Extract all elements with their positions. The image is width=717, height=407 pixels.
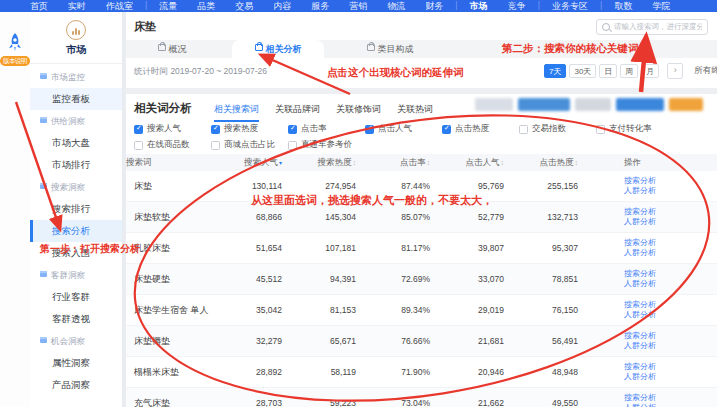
nav-item[interactable]: 品类 <box>187 0 225 12</box>
sort-icon[interactable]: ▾ <box>279 160 282 166</box>
search-analysis-link[interactable]: 搜索分析 <box>624 207 717 217</box>
terminal-select[interactable]: 所有终端 <box>694 65 717 77</box>
column-header[interactable]: 点击人气↕ <box>460 157 534 169</box>
nav-item[interactable]: 首页 <box>20 0 58 12</box>
version-badge[interactable]: 版本说明 <box>0 56 30 66</box>
period-button[interactable]: 周 <box>620 64 638 78</box>
sidebar-item[interactable]: 搜索洞察 <box>30 176 122 198</box>
crowd-analysis-link[interactable]: 人群分析 <box>624 341 717 351</box>
period-button[interactable]: 30天 <box>569 64 596 78</box>
nav-item[interactable]: 物流 <box>377 0 415 12</box>
metric-checkbox[interactable]: 直通车参考价 <box>288 139 365 151</box>
nav-item[interactable]: 流量 <box>149 0 187 12</box>
rocket-icon[interactable] <box>5 32 25 54</box>
redacted-button[interactable] <box>616 98 664 111</box>
nav-item[interactable]: 财务 <box>415 0 453 12</box>
column-header[interactable]: 点击率↕ <box>386 157 460 169</box>
search-word[interactable]: 床垫 <box>126 180 238 193</box>
word-type-tab[interactable]: 关联修饰词 <box>336 103 381 122</box>
page-tab[interactable]: 概况 <box>136 40 208 58</box>
redacted-button[interactable] <box>475 98 513 111</box>
metric-checkbox[interactable]: 交易指数 <box>519 123 596 135</box>
nav-item[interactable]: 竞争 <box>498 0 536 12</box>
column-header[interactable]: 搜索人气▾ <box>238 157 312 169</box>
search-analysis-link[interactable]: 搜索分析 <box>624 300 717 310</box>
sidebar-item[interactable]: 监控看板 <box>30 88 122 110</box>
word-type-tab[interactable]: 关联品牌词 <box>275 103 320 122</box>
search-analysis-link[interactable]: 搜索分析 <box>624 238 717 248</box>
period-button[interactable]: 日 <box>599 64 617 78</box>
redacted-button[interactable] <box>518 98 570 111</box>
search-word[interactable]: 乳胶床垫 <box>126 242 238 255</box>
crowd-analysis-link[interactable]: 人群分析 <box>624 186 717 196</box>
column-header[interactable]: 搜索词 <box>126 157 238 169</box>
crowd-analysis-link[interactable]: 人群分析 <box>624 372 717 382</box>
search-analysis-link[interactable]: 搜索分析 <box>624 176 717 186</box>
search-word[interactable]: 充气床垫 <box>126 397 238 407</box>
sidebar-item[interactable]: 客群洞察 <box>30 264 122 286</box>
nav-item[interactable]: 内容 <box>263 0 301 12</box>
word-type-tab[interactable]: 关联热词 <box>397 103 433 122</box>
word-type-tab[interactable]: 相关搜索词 <box>214 103 259 122</box>
nav-item[interactable]: 作战室 <box>96 0 143 12</box>
column-header[interactable]: 操作 <box>608 157 717 169</box>
metric-checkbox[interactable]: 点击人气 <box>365 123 442 135</box>
sidebar-item[interactable]: 客群透视 <box>30 308 122 330</box>
search-word[interactable]: 床垫学生宿舍 单人 <box>126 304 238 317</box>
nav-item[interactable]: 取数 <box>604 0 642 12</box>
sort-icon[interactable]: ↕ <box>501 159 505 166</box>
sidebar-item[interactable]: 供给洞察 <box>30 110 122 132</box>
nav-item[interactable]: 营销 <box>339 0 377 12</box>
search-word[interactable]: 床垫硬垫 <box>126 273 238 286</box>
period-button[interactable]: 月 <box>641 64 659 78</box>
nav-item[interactable]: 服务 <box>301 0 339 12</box>
sidebar-item[interactable]: 搜索排行 <box>30 198 122 220</box>
sidebar-item[interactable]: 搜索分析 <box>30 220 122 242</box>
redacted-button[interactable] <box>669 98 703 111</box>
search-analysis-link[interactable]: 搜索分析 <box>624 362 717 372</box>
redacted-button[interactable] <box>575 98 611 111</box>
nav-item[interactable]: 实时 <box>58 0 96 12</box>
metric-checkbox[interactable]: 搜索人气 <box>134 123 211 135</box>
page-tab[interactable]: 类目构成 <box>346 40 434 58</box>
sidebar-item[interactable]: 属性洞察 <box>30 352 122 374</box>
nav-item[interactable]: 交易 <box>225 0 263 12</box>
nav-item[interactable]: 学院 <box>642 0 680 12</box>
column-header[interactable]: 搜索热度↕ <box>312 157 386 169</box>
next-page-button[interactable]: › <box>667 63 683 79</box>
nav-item[interactable]: 业务专区 <box>542 0 598 12</box>
metric-checkbox[interactable]: 支付转化率 <box>596 123 673 135</box>
page-tab[interactable]: 相关分析 <box>232 40 324 58</box>
sort-icon[interactable]: ↕ <box>575 159 579 166</box>
crowd-analysis-link[interactable]: 人群分析 <box>624 403 717 407</box>
metric-checkbox[interactable]: 在线商品数 <box>134 139 211 151</box>
metric-checkbox[interactable]: 搜索热度 <box>211 123 288 135</box>
metric-label: 商城点击占比 <box>224 139 275 151</box>
search-word[interactable]: 床垫褥垫 <box>126 335 238 348</box>
search-word[interactable]: 床垫软垫 <box>126 211 238 224</box>
sidebar-item[interactable]: 行业客群 <box>30 286 122 308</box>
search-analysis-link[interactable]: 搜索分析 <box>624 393 717 403</box>
nav-item[interactable]: 市场 <box>460 0 498 12</box>
sidebar-item[interactable]: 市场排行 <box>30 154 122 176</box>
sidebar-item[interactable]: 产品洞察 <box>30 374 122 396</box>
search-analysis-link[interactable]: 搜索分析 <box>624 331 717 341</box>
crowd-analysis-link[interactable]: 人群分析 <box>624 248 717 258</box>
sidebar-item[interactable]: 机会洞察 <box>30 330 122 352</box>
metric-checkbox[interactable]: 点击热度 <box>442 123 519 135</box>
crowd-analysis-link[interactable]: 人群分析 <box>624 217 717 227</box>
sort-icon[interactable]: ↕ <box>427 159 431 166</box>
crowd-analysis-link[interactable]: 人群分析 <box>624 279 717 289</box>
crowd-analysis-link[interactable]: 人群分析 <box>624 310 717 320</box>
period-button[interactable]: 7天 <box>544 64 566 78</box>
column-header[interactable]: 点击热度↕ <box>534 157 608 169</box>
search-input[interactable]: 请输入搜索词，进行深度分析 <box>596 19 708 35</box>
metric-checkbox[interactable]: 点击率 <box>288 123 365 135</box>
metric-checkbox[interactable]: 商城点击占比 <box>211 139 288 151</box>
sort-icon[interactable]: ↕ <box>353 159 357 166</box>
search-word[interactable]: 榻榻米床垫 <box>126 366 238 379</box>
folder-icon <box>40 73 47 79</box>
sidebar-item[interactable]: 市场监控 <box>30 66 122 88</box>
search-analysis-link[interactable]: 搜索分析 <box>624 269 717 279</box>
sidebar-item[interactable]: 市场大盘 <box>30 132 122 154</box>
